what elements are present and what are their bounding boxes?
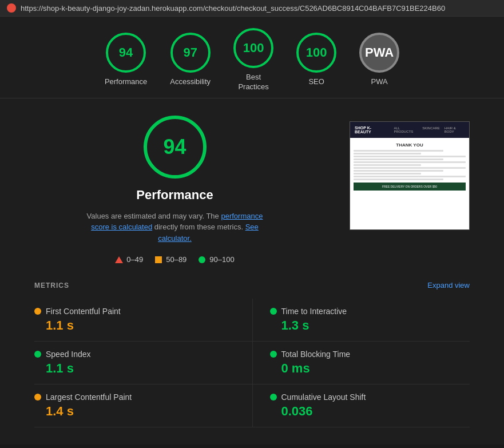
thumbnail-thankyou: THANK YOU [354,142,466,148]
metric-tti: Time to Interactive 1.3 s [252,299,470,342]
si-value: 1.1 s [46,361,235,376]
thumbnail-line-9 [354,173,421,175]
accessibility-circle: 97 [170,33,211,73]
thumbnail-line-5 [354,161,466,163]
metric-fcp-name-row: First Contentful Paint [34,307,235,316]
thumbnail-logo: SHOP K-BEAUTY [355,126,386,134]
performance-description: Values are estimated and may vary. The p… [78,211,272,244]
page-thumbnail: SHOP K-BEAUTY ALL PRODUCTS SKINCARE HAIR… [350,121,470,230]
average-range: 50–89 [166,255,186,264]
performance-circle: 94 [106,33,146,73]
pass-icon [198,256,206,264]
metrics-grid: First Contentful Paint 1.1 s Time to Int… [34,299,470,427]
cls-label: Cumulative Layout Shift [281,393,366,402]
metric-lcp: Largest Contentful Paint 1.4 s [34,384,252,427]
thumbnail-line-6 [354,164,421,166]
thumbnail-nav: ALL PRODUCTS SKINCARE HAIR & BODY [394,126,465,133]
score-item-performance[interactable]: 94 Performance [105,33,147,87]
thumbnail-header: SHOP K-BEAUTY ALL PRODUCTS SKINCARE HAIR… [350,122,469,138]
legend-fail: 0–49 [115,255,143,264]
legend-row: 0–49 50–89 90–100 [115,255,234,264]
performance-score-link[interactable]: performance score is calculated [91,212,263,232]
score-item-pwa[interactable]: PWA PWA [359,33,399,87]
metric-fcp: First Contentful Paint 1.1 s [34,299,252,342]
legend-pass: 90–100 [198,255,234,264]
tbt-value: 0 ms [281,361,470,376]
pwa-circle: PWA [359,33,399,73]
pwa-label: PWA [371,77,388,87]
pwa-label-inner: PWA [365,45,394,60]
lcp-label: Largest Contentful Paint [46,393,132,402]
thumbnail-line-7 [354,167,466,169]
fail-icon [115,256,123,264]
legend-average: 50–89 [154,255,186,264]
metrics-section: METRICS Expand view First Contentful Pai… [34,281,470,427]
thumbnail-line-11 [354,179,443,180]
score-item-seo[interactable]: 100 SEO [296,33,336,87]
performance-label: Performance [105,77,147,87]
thumbnail-nav-3: HAIR & BODY [445,126,465,133]
see-calculator-link[interactable]: See calculator. [158,223,259,243]
tti-dot [270,308,277,315]
square-orange-icon [155,256,162,263]
thumbnail-line-10 [354,176,466,177]
metric-tbt-name-row: Total Blocking Time [270,350,470,359]
score-row: 94 Performance 97 Accessibility 100 Best… [0,17,504,98]
thumbnail-footer-bar: FREE DELIVERY ON ORDERS OVER $50 [354,183,466,191]
metric-si-name-row: Speed Index [34,350,235,359]
fcp-dot [34,308,41,315]
thumbnail-footer-text: FREE DELIVERY ON ORDERS OVER $50 [382,185,437,188]
thumbnail-inner: SHOP K-BEAUTY ALL PRODUCTS SKINCARE HAIR… [350,122,469,229]
tti-value: 1.3 s [281,318,470,333]
cls-value: 0.036 [281,404,470,419]
cls-dot [270,394,277,401]
si-dot [34,351,41,358]
best-practices-circle: 100 [233,28,273,68]
seo-circle: 100 [296,33,336,73]
fcp-value: 1.1 s [46,318,235,333]
metric-lcp-name-row: Largest Contentful Paint [34,393,235,402]
thumbnail-line-8 [354,170,443,172]
thumbnail-line-1 [354,150,443,152]
performance-section: 94 Performance Values are estimated and … [34,116,470,264]
thumbnail-line-2 [354,153,421,154]
favicon-icon [7,3,16,13]
tbt-label: Total Blocking Time [281,350,351,359]
triangle-icon [115,256,123,263]
main-content: 94 Performance Values are estimated and … [0,98,504,445]
performance-left: 94 Performance Values are estimated and … [34,116,315,264]
thumbnail-nav-2: SKINCARE [422,126,440,133]
circle-green-icon [199,256,205,263]
url-bar: https://shop-k-beauty-django-joy-zadan.h… [21,4,445,13]
si-label: Speed Index [46,350,91,359]
metric-tbt: Total Blocking Time 0 ms [252,342,470,384]
accessibility-label: Accessibility [170,77,211,87]
expand-view-button[interactable]: Expand view [427,281,470,290]
tti-label: Time to Interactive [281,307,347,316]
top-bar: https://shop-k-beauty-django-joy-zadan.h… [0,0,504,17]
metric-cls-name-row: Cumulative Layout Shift [270,393,470,402]
metric-tti-name-row: Time to Interactive [270,307,470,316]
performance-title: Performance [136,188,213,203]
metric-si: Speed Index 1.1 s [34,342,252,384]
tbt-dot [270,351,277,358]
pass-range: 90–100 [209,255,234,264]
lcp-dot [34,394,41,401]
thumbnail-line-4 [354,158,443,160]
seo-label: SEO [308,77,324,87]
thumbnail-body: THANK YOU FREE DELIVERY ON ORDERS OVER $… [350,138,469,229]
fcp-label: First Contentful Paint [46,307,121,316]
thumbnail-nav-1: ALL PRODUCTS [394,126,418,133]
fail-range: 0–49 [126,255,143,264]
thumbnail-line-3 [354,156,466,157]
lcp-value: 1.4 s [46,404,235,419]
score-item-accessibility[interactable]: 97 Accessibility [170,33,211,87]
metrics-title: METRICS [34,282,69,290]
performance-big-circle: 94 [144,116,207,179]
metrics-header: METRICS Expand view [34,281,470,290]
average-icon [154,256,162,264]
metric-cls: Cumulative Layout Shift 0.036 [252,384,470,427]
score-item-best-practices[interactable]: 100 BestPractices [233,28,273,92]
best-practices-label: BestPractices [238,73,268,92]
